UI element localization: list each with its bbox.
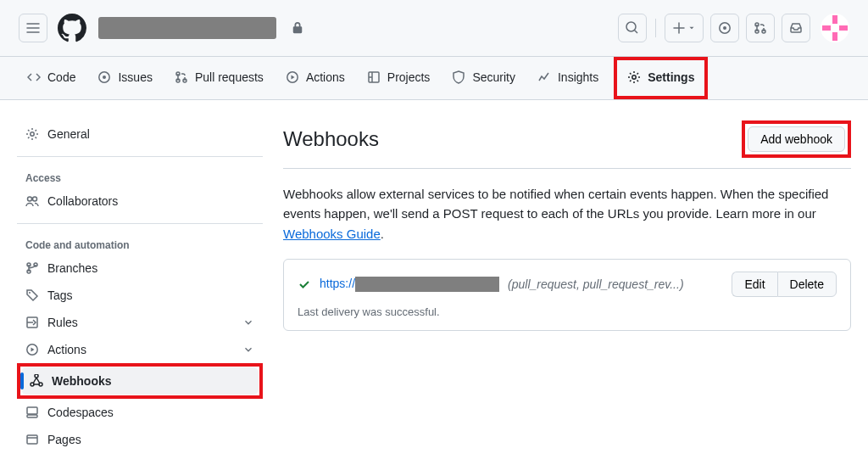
lock-icon — [292, 22, 303, 34]
tab-settings[interactable]: Settings — [619, 60, 703, 96]
sidebar-item-branches[interactable]: Branches — [17, 255, 263, 282]
sidebar-item-collaborators[interactable]: Collaborators — [17, 188, 263, 215]
webhook-icon — [30, 374, 43, 388]
tag-icon — [25, 288, 39, 302]
webhook-url[interactable]: https:// — [320, 277, 499, 292]
content: Webhooks Add webhook Webhooks allow exte… — [283, 120, 851, 453]
sidebar-label: Pages — [47, 433, 81, 446]
sidebar-group-code: Code and automation — [17, 232, 263, 255]
url-redacted — [355, 277, 499, 292]
sidebar-label: Actions — [47, 343, 86, 356]
sidebar-label: Tags — [47, 288, 73, 302]
svg-rect-13 — [27, 435, 37, 444]
tab-code[interactable]: Code — [19, 60, 84, 96]
tab-projects[interactable]: Projects — [359, 60, 439, 96]
main: General Access Collaborators Code and au… — [0, 100, 868, 473]
play-icon — [25, 343, 39, 356]
rules-icon — [25, 316, 39, 329]
hamburger-icon — [26, 21, 40, 35]
webhook-row: https:// (pull_request, pull_request_rev… — [298, 272, 837, 297]
tab-label: Insights — [558, 70, 598, 84]
search-icon — [626, 21, 639, 35]
tab-issues[interactable]: Issues — [89, 60, 160, 96]
sidebar-group-access: Access — [17, 165, 263, 188]
tab-label: Issues — [118, 70, 152, 84]
top-bar — [0, 0, 868, 57]
page-title: Webhooks — [283, 127, 379, 151]
browser-icon — [25, 433, 39, 446]
pull-request-icon — [175, 70, 188, 84]
tab-label: Pull requests — [195, 70, 264, 84]
check-icon — [298, 277, 311, 291]
description: Webhooks allow external services to be n… — [283, 184, 851, 244]
sidebar-item-actions[interactable]: Actions — [17, 336, 263, 363]
svg-point-1 — [723, 26, 726, 30]
caret-down-icon — [687, 24, 696, 32]
chevron-down-icon — [242, 316, 254, 328]
url-prefix: https:// — [320, 277, 355, 290]
svg-rect-12 — [27, 415, 37, 417]
play-icon — [286, 70, 299, 84]
tab-label: Code — [47, 70, 75, 84]
svg-point-7 — [31, 132, 34, 136]
webhook-status: Last delivery was successful. — [298, 305, 837, 318]
webhook-events: (pull_request, pull_request_rev...) — [508, 277, 684, 291]
gear-icon — [25, 127, 39, 141]
tab-security[interactable]: Security — [443, 60, 524, 96]
menu-button[interactable] — [19, 14, 47, 42]
sidebar-item-rules[interactable]: Rules — [17, 309, 263, 336]
tab-insights[interactable]: Insights — [529, 60, 607, 96]
webhook-item: https:// (pull_request, pull_request_rev… — [283, 259, 851, 331]
topbar-actions — [618, 14, 849, 42]
search-button[interactable] — [618, 14, 647, 42]
tab-pull-requests[interactable]: Pull requests — [166, 60, 272, 96]
edit-button[interactable]: Edit — [732, 272, 776, 297]
description-text: . — [381, 227, 384, 241]
sidebar-label: Branches — [47, 261, 97, 275]
tab-actions[interactable]: Actions — [277, 60, 353, 96]
record-icon — [718, 21, 732, 35]
delete-button[interactable]: Delete — [777, 272, 837, 297]
plus-icon — [672, 21, 686, 35]
user-avatar[interactable] — [821, 14, 849, 42]
tab-label: Security — [472, 70, 515, 84]
issue-icon — [97, 70, 111, 84]
people-icon — [25, 194, 39, 208]
sidebar-item-codespaces[interactable]: Codespaces — [17, 399, 263, 426]
inbox-icon — [789, 21, 803, 35]
sidebar-item-tags[interactable]: Tags — [17, 282, 263, 309]
webhook-actions: Edit Delete — [732, 272, 837, 297]
tab-label: Settings — [648, 70, 694, 84]
repo-nav: Code Issues Pull requests Actions Projec… — [0, 57, 868, 100]
create-new-button[interactable] — [665, 14, 704, 42]
pull-requests-button[interactable] — [746, 14, 775, 42]
svg-point-8 — [29, 292, 31, 294]
sidebar-label: General — [47, 127, 90, 141]
shield-icon — [452, 70, 465, 84]
sidebar-label: Rules — [47, 316, 78, 329]
sidebar-item-webhooks[interactable]: Webhooks — [21, 367, 259, 395]
github-logo[interactable] — [58, 14, 86, 42]
divider — [17, 156, 263, 157]
sidebar-label: Codespaces — [47, 406, 114, 419]
chevron-down-icon — [242, 344, 254, 356]
svg-point-3 — [103, 76, 106, 79]
issues-button[interactable] — [710, 14, 739, 42]
branch-icon — [25, 261, 39, 275]
code-icon — [27, 70, 41, 84]
sidebar-label: Collaborators — [47, 194, 118, 208]
notifications-button[interactable] — [782, 14, 810, 42]
svg-rect-11 — [27, 407, 37, 414]
add-webhook-button[interactable]: Add webhook — [748, 126, 845, 152]
project-icon — [367, 70, 381, 84]
webhooks-guide-link[interactable]: Webhooks Guide — [283, 227, 381, 241]
gear-icon — [627, 70, 641, 84]
divider — [17, 223, 263, 224]
codespaces-icon — [25, 406, 39, 419]
repo-name[interactable] — [98, 17, 276, 39]
sidebar-item-pages[interactable]: Pages — [17, 426, 263, 453]
git-pull-request-icon — [754, 21, 767, 35]
svg-point-6 — [632, 76, 636, 79]
tab-label: Projects — [387, 70, 431, 84]
sidebar-item-general[interactable]: General — [17, 120, 263, 148]
